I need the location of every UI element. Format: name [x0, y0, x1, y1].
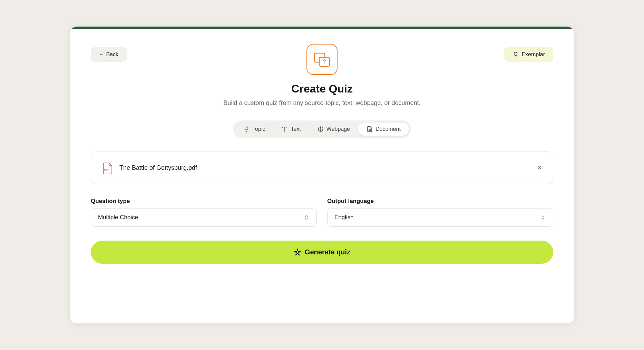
- header-row: ← Back ? Exemplar: [91, 47, 553, 62]
- main-container: ← Back ? Exemplar Create Quiz Build a cu…: [70, 27, 574, 323]
- bulb-icon: [243, 126, 250, 132]
- generate-quiz-button[interactable]: Generate quiz: [91, 241, 553, 264]
- output-language-group: Output language English: [327, 198, 553, 227]
- output-language-label: Output language: [327, 198, 553, 205]
- generate-button-label: Generate quiz: [305, 248, 350, 256]
- document-icon: [367, 126, 373, 132]
- question-type-value: Multiple Choice: [98, 214, 138, 221]
- page-title: Create Quiz: [291, 82, 353, 95]
- svg-text:PDF: PDF: [104, 168, 109, 172]
- tab-text[interactable]: Text: [273, 123, 309, 136]
- page-subtitle: Build a custom quiz from any source-topi…: [223, 99, 420, 107]
- remove-file-button[interactable]: ✕: [537, 164, 543, 171]
- question-type-select[interactable]: Multiple Choice: [91, 208, 317, 227]
- tab-webpage[interactable]: Webpage: [309, 123, 358, 136]
- upload-box: PDF The Battle of Gettysburg.pdf ✕: [91, 152, 553, 184]
- file-name: The Battle of Gettysburg.pdf: [119, 164, 197, 172]
- sparkle-icon: [294, 249, 301, 256]
- chevron-updown-icon: [303, 214, 310, 221]
- tab-document[interactable]: Document: [358, 123, 409, 136]
- question-type-label: Question type: [91, 198, 317, 205]
- content-area: Create Quiz Build a custom quiz from any…: [91, 82, 553, 264]
- output-language-select[interactable]: English: [327, 208, 553, 227]
- question-type-group: Question type Multiple Choice: [91, 198, 317, 227]
- output-language-value: English: [334, 214, 354, 221]
- chevron-updown-icon-2: [540, 214, 546, 221]
- quiz-icon-container: ?: [306, 44, 338, 75]
- quiz-icon: ?: [313, 50, 331, 68]
- back-button[interactable]: ← Back: [91, 47, 127, 62]
- text-icon: [282, 126, 288, 132]
- globe-icon: [318, 126, 324, 132]
- form-row: Question type Multiple Choice Output lan…: [91, 198, 553, 227]
- bulb-icon-exemplar: [513, 51, 519, 58]
- upload-file-info: PDF The Battle of Gettysburg.pdf: [101, 162, 197, 174]
- exemplar-button[interactable]: Exemplar: [504, 47, 553, 62]
- tab-topic[interactable]: Topic: [235, 123, 273, 136]
- top-bar: [70, 27, 574, 29]
- pdf-icon: PDF: [101, 162, 114, 174]
- svg-text:?: ?: [323, 59, 326, 65]
- tab-row: Topic Text Webpage: [233, 120, 411, 138]
